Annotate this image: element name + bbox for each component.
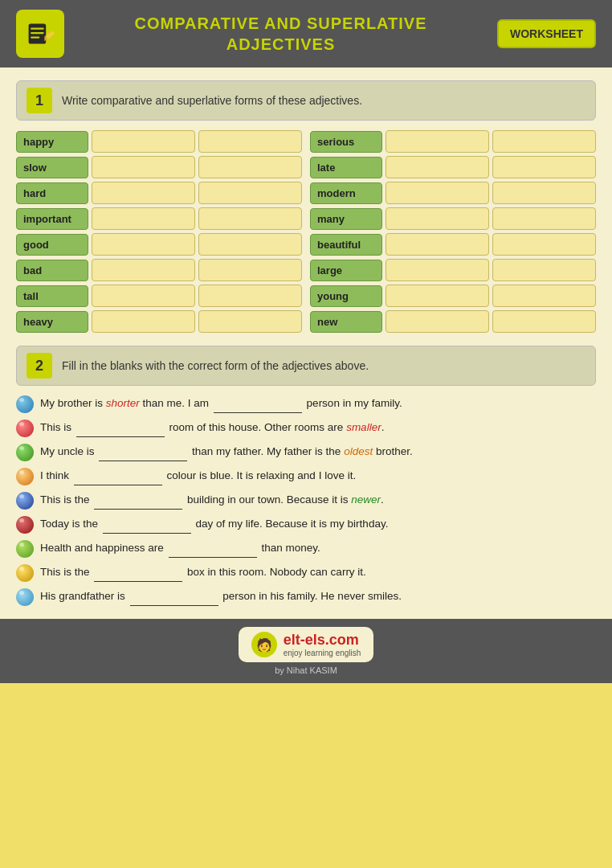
colored-word: oldest (344, 445, 373, 457)
sentence-4: I think colour is blue. It is relaxing a… (16, 468, 596, 485)
blank-input[interactable] (99, 444, 187, 461)
adj-comparative-input[interactable] (92, 259, 195, 281)
adj-word: new (310, 311, 382, 333)
adj-comparative-input[interactable] (92, 182, 195, 204)
ball-lightgreen (16, 540, 34, 558)
adj-word: late (310, 157, 382, 178)
adj-superlative-input[interactable] (198, 285, 302, 307)
adj-word: good (16, 234, 88, 256)
adj-word: serious (310, 131, 382, 153)
blank-input[interactable] (94, 564, 182, 581)
blank-input[interactable] (214, 395, 302, 412)
ball-darkred (16, 516, 34, 534)
adj-row-many: many (310, 207, 596, 230)
sentence-1: My brother is shorter than me. I am pers… (16, 395, 596, 413)
sentence-9: His grandfather is person in his family.… (16, 588, 596, 606)
adj-superlative-input[interactable] (198, 130, 302, 153)
section1-number: 1 (27, 88, 52, 113)
sentence-list: My brother is shorter than me. I am pers… (16, 395, 596, 606)
adj-comparative-input[interactable] (386, 156, 489, 178)
adj-superlative-input[interactable] (492, 233, 596, 256)
adj-word: tall (16, 285, 88, 307)
adj-word: beautiful (310, 234, 382, 256)
adj-word: slow (16, 157, 88, 178)
adj-superlative-input[interactable] (492, 156, 596, 178)
adj-superlative-input[interactable] (198, 207, 302, 230)
blank-input[interactable] (76, 420, 165, 436)
adjectives-grid: happy serious slow late hard modern (16, 130, 596, 333)
adj-row-new: new (310, 310, 596, 333)
adj-superlative-input[interactable] (198, 259, 302, 281)
sentence-3: My uncle is than my father. My father is… (16, 444, 596, 461)
footer-site: elt-els.com (284, 632, 361, 649)
adj-word: bad (16, 260, 88, 281)
sentence-text: Today is the day of my life. Because it … (40, 516, 596, 533)
adj-row-slow: slow (16, 156, 302, 178)
adj-superlative-input[interactable] (198, 310, 302, 333)
sentence-text: His grandfather is person in his family.… (40, 588, 596, 605)
adj-row-heavy: heavy (16, 310, 302, 333)
adj-superlative-input[interactable] (492, 285, 596, 307)
ball-lightblue (16, 588, 34, 606)
adj-comparative-input[interactable] (386, 130, 489, 153)
blank-input[interactable] (74, 468, 162, 485)
ball-red (16, 420, 34, 437)
colored-word: smaller (346, 421, 381, 433)
adj-row-happy: happy (16, 130, 302, 153)
adj-row-serious: serious (310, 130, 596, 153)
ball-blue (16, 395, 34, 413)
sentence-8: This is the box in this room. Nobody can… (16, 564, 596, 582)
adj-superlative-input[interactable] (198, 156, 302, 178)
blank-input[interactable] (130, 588, 218, 605)
adj-word: hard (16, 182, 88, 204)
adj-superlative-input[interactable] (492, 259, 596, 281)
adj-comparative-input[interactable] (386, 285, 489, 307)
adj-row-young: young (310, 285, 596, 307)
adj-superlative-input[interactable] (492, 310, 596, 333)
sentence-text: This is room of this house. Other rooms … (40, 420, 596, 436)
ball-darkblue (16, 492, 34, 510)
adj-comparative-input[interactable] (92, 130, 195, 153)
app-icon (16, 10, 64, 58)
sentence-6: Today is the day of my life. Because it … (16, 516, 596, 534)
adj-comparative-input[interactable] (386, 310, 489, 333)
adj-word: heavy (16, 311, 88, 333)
adj-comparative-input[interactable] (386, 182, 489, 204)
ball-orange (16, 468, 34, 485)
adj-comparative-input[interactable] (92, 310, 195, 333)
ball-green (16, 444, 34, 461)
svg-marker-4 (46, 31, 55, 39)
footer-tagline: enjoy learning english (284, 649, 361, 657)
adj-comparative-input[interactable] (386, 207, 489, 230)
sentence-7: Health and happiness are than money. (16, 540, 596, 558)
blank-input[interactable] (94, 492, 182, 509)
adj-row-modern: modern (310, 182, 596, 204)
adj-row-bad: bad (16, 259, 302, 281)
adj-comparative-input[interactable] (92, 156, 195, 178)
page-title: COMPARATIVE AND SUPERLATIVE ADJECTIVES (64, 13, 497, 55)
adj-row-late: late (310, 156, 596, 178)
adj-superlative-input[interactable] (492, 130, 596, 153)
adj-superlative-input[interactable] (198, 182, 302, 204)
adj-comparative-input[interactable] (92, 233, 195, 256)
footer-logo-box: 🧑 elt-els.com enjoy learning english (239, 627, 374, 662)
section2-header: 2 Fill in the blanks with the correct fo… (16, 346, 596, 386)
blank-input[interactable] (103, 516, 191, 533)
adj-superlative-input[interactable] (492, 182, 596, 204)
adj-comparative-input[interactable] (386, 233, 489, 256)
section2-number: 2 (27, 353, 52, 379)
adj-superlative-input[interactable] (198, 233, 302, 256)
adj-superlative-input[interactable] (492, 207, 596, 230)
page-footer: 🧑 elt-els.com enjoy learning english by … (0, 619, 612, 683)
adj-row-large: large (310, 259, 596, 281)
colored-word: newer (351, 493, 381, 506)
adj-row-important: important (16, 207, 302, 230)
adj-row-beautiful: beautiful (310, 233, 596, 256)
adj-comparative-input[interactable] (92, 207, 195, 230)
footer-logo-icon: 🧑 (251, 632, 277, 657)
sentence-text: This is the building in our town. Becaus… (40, 492, 596, 509)
adj-comparative-input[interactable] (92, 285, 195, 307)
sentence-text: My brother is shorter than me. I am pers… (40, 395, 596, 412)
blank-input[interactable] (169, 540, 257, 557)
adj-comparative-input[interactable] (386, 259, 489, 281)
